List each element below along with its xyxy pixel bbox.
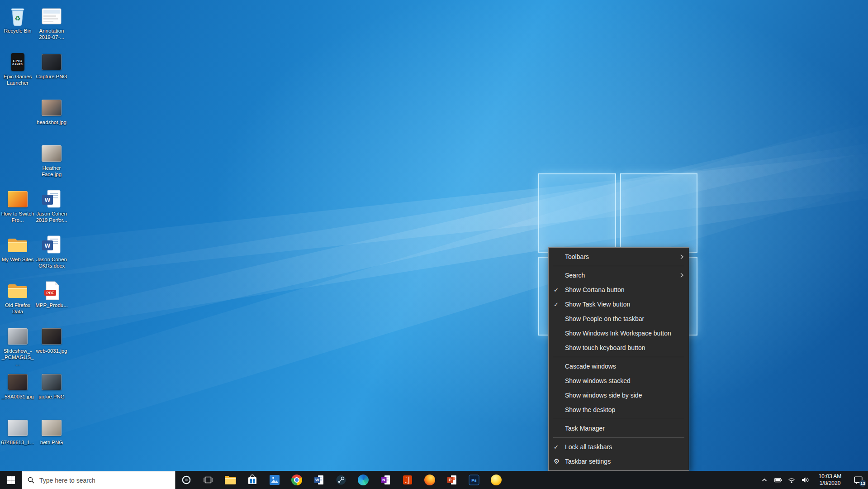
svg-text:PDF: PDF [47,291,54,295]
taskbar-pinned-office-button[interactable] [396,471,418,489]
word-icon: W [35,188,68,210]
taskbar-pinned-photos-button[interactable] [263,471,285,489]
photo-icon [1,188,34,210]
edge-icon [358,475,369,485]
folder-icon [1,280,34,302]
menu-item-search[interactable]: Search [549,268,689,283]
cortana-button[interactable] [175,471,197,489]
system-tray: 10:03 AM 1/8/2020 13 [758,471,868,489]
menu-item-label: Show windows stacked [565,377,631,384]
check-icon: ✓ [554,301,559,308]
epic-icon: EPICGAMES [1,51,34,73]
desktop-icon-headshot-jpg[interactable]: headshot.jpg [35,97,68,126]
word-icon: W [35,234,68,256]
taskbar-search[interactable] [22,471,175,489]
desktop-icon-mpp-produ[interactable]: PDFMPP_Produ... [35,280,68,309]
menu-item-toolbars[interactable]: Toolbars [549,249,689,264]
chrome-canary-icon [491,475,502,485]
desktop-icon-label: Jason Cohen OKRs.docx [35,257,68,269]
menu-item-show-windows-stacked[interactable]: Show windows stacked [549,374,689,388]
desktop[interactable]: { "colors": { "wallpaper_accent": "#2f9c… [0,0,868,489]
notification-badge: 13 [859,480,866,487]
taskbar-pinned-chrome-canary-button[interactable] [485,471,507,489]
taskbar-pinned-powerpoint-button[interactable]: P [441,471,463,489]
desktop-icon-label: Old Firefox Data [1,302,34,315]
tray-icons [758,471,812,489]
onenote-icon: N [380,475,391,485]
photo-icon [35,143,68,164]
photo-icon [35,97,68,119]
desktop-icon-slideshow-pcmagus[interactable]: Slideshow_-_PCMAGUS_... [1,326,34,367]
svg-text:♻: ♻ [14,14,20,22]
desktop-icon-67486613-1[interactable]: 67486613_1... [1,417,34,446]
desktop-icon-how-to-switch-fro[interactable]: How to Switch Fro... [1,188,34,224]
svg-text:W: W [45,197,51,203]
submenu-arrow-icon [680,273,683,278]
menu-item-show-the-desktop[interactable]: Show the desktop [549,403,689,417]
desktop-icon-label: Heather Face.jpg [35,165,68,178]
start-button[interactable] [0,471,22,489]
tray-volume-button[interactable] [798,471,812,489]
taskbar-pinned-photoshop-button[interactable]: Ps [463,471,485,489]
search-input[interactable] [38,476,175,484]
desktop-icon-recycle-bin[interactable]: ♻Recycle Bin [1,5,34,34]
menu-item-show-people-on-the-taskbar[interactable]: Show People on the taskbar [549,312,689,326]
tray-network-button[interactable] [785,471,798,489]
action-center-button[interactable]: 13 [848,471,868,489]
desktop-icon-my-web-sites[interactable]: My Web Sites [1,234,34,263]
desktop-icon-label: jackie.PNG [35,394,68,400]
taskbar-pinned-microsoft-store-button[interactable] [241,471,263,489]
desktop-icon-old-firefox-data[interactable]: Old Firefox Data [1,280,34,315]
menu-item-label: Show People on the taskbar [565,315,644,322]
volume-icon [802,477,809,483]
taskbar-pinned-steam-button[interactable] [330,471,352,489]
desktop-icon-58a0031-jpg[interactable]: _58A0031.jpg [1,371,34,400]
desktop-icon-jason-cohen-2019-perfor[interactable]: WJason Cohen 2019 Perfor... [35,188,68,224]
desktop-icon-jackie-png[interactable]: jackie.PNG [35,371,68,400]
desktop-icon-label: Annotation 2019-07-... [35,28,68,41]
menu-item-taskbar-settings[interactable]: ⚙Taskbar settings [549,454,689,469]
menu-item-show-cortana-button[interactable]: ✓Show Cortana button [549,283,689,297]
desktop-icon-capture-png[interactable]: Capture.PNG [35,51,68,80]
tray-battery-button[interactable] [771,471,785,489]
desktop-icon-label: MPP_Produ... [35,302,68,309]
menu-item-show-windows-side-by-side[interactable]: Show windows side by side [549,388,689,403]
svg-text:W: W [45,242,51,249]
menu-item-label: Show Task View button [565,301,630,308]
desktop-icon-annotation-2019-07[interactable]: Annotation 2019-07-... [35,5,68,41]
desktop-icon-label: Epic Games Launcher [1,74,34,86]
menu-item-lock-all-taskbars[interactable]: ✓Lock all taskbars [549,440,689,454]
taskbar-clock[interactable]: 10:03 AM 1/8/2020 [812,471,848,489]
taskbar-pinned-onenote-button[interactable]: N [374,471,396,489]
menu-item-label: Search [565,272,585,279]
taskbar-pinned-firefox-button[interactable] [418,471,441,489]
desktop-icon-heather-face-jpg[interactable]: Heather Face.jpg [35,143,68,178]
menu-item-show-task-view-button[interactable]: ✓Show Task View button [549,297,689,312]
menu-item-label: Toolbars [565,253,589,260]
photo-icon [1,417,34,439]
photo-icon [35,417,68,439]
taskbar-pinned-edge-button[interactable] [352,471,374,489]
chrome-icon [291,475,302,485]
menu-item-label: Show windows side by side [565,392,642,399]
firefox-icon [424,475,435,485]
menu-item-show-touch-keyboard-button[interactable]: Show touch keyboard button [549,340,689,355]
desktop-icon-label: web-0031.jpg [35,348,68,355]
taskbar-pinned-word-button[interactable]: W [308,471,330,489]
menu-item-label: Show Cortana button [565,286,625,293]
tray-hidden-icons-chevron-button[interactable] [758,471,771,489]
menu-item-show-windows-ink-workspace-button[interactable]: Show Windows Ink Workspace button [549,326,689,340]
taskbar[interactable]: WNPPs 10:03 AM 1/8/2020 13 [0,471,868,489]
desktop-icon-beth-png[interactable]: beth.PNG [35,417,68,446]
taskbar-pinned-chrome-button[interactable] [285,471,308,489]
svg-text:W: W [315,478,319,482]
desktop-icon-jason-cohen-okrs-docx[interactable]: WJason Cohen OKRs.docx [35,234,68,269]
desktop-icon-epic-games-launcher[interactable]: EPICGAMESEpic Games Launcher [1,51,34,86]
photos-icon [269,475,280,485]
desktop-icon-label: 67486613_1... [1,440,34,446]
desktop-icon-web-0031-jpg[interactable]: web-0031.jpg [35,326,68,355]
task-view-button[interactable] [197,471,219,489]
taskbar-pinned-file-explorer-button[interactable] [219,471,241,489]
menu-item-task-manager[interactable]: Task Manager [549,421,689,436]
menu-item-cascade-windows[interactable]: Cascade windows [549,359,689,374]
